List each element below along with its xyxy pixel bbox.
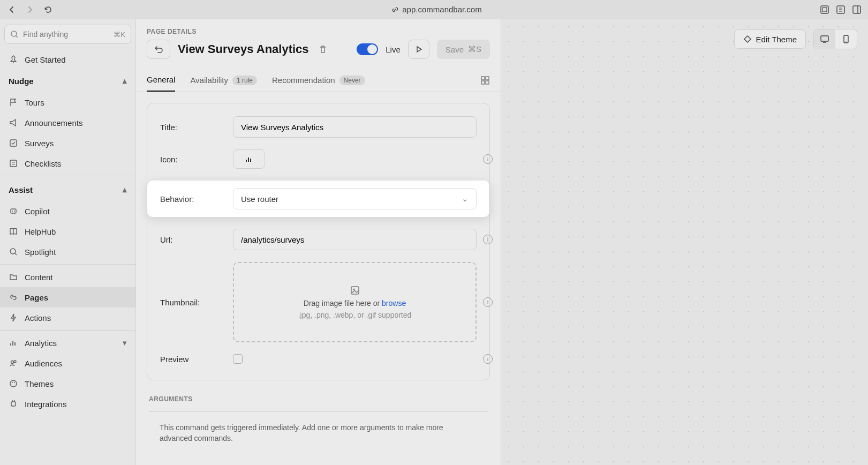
sidebar-item-label: Analytics xyxy=(25,339,57,348)
save-label: Save xyxy=(446,45,464,54)
info-icon[interactable]: i xyxy=(483,297,493,307)
sidebar-item-label: Actions xyxy=(25,313,51,322)
sidebar-item-label: Surveys xyxy=(25,139,54,148)
sidebar-item-label: Integrations xyxy=(25,400,66,409)
sidebar-item-content[interactable]: Content xyxy=(0,267,135,287)
desktop-button[interactable] xyxy=(814,29,835,49)
search-placeholder: Find anything xyxy=(23,30,68,39)
svg-rect-33 xyxy=(821,36,828,41)
sidebar-section-assist[interactable]: Assist ▴ xyxy=(0,178,135,201)
sidebar-item-label: Get Started xyxy=(25,55,66,64)
back-button[interactable] xyxy=(6,4,17,15)
sidebar-item-integrations[interactable]: Integrations xyxy=(0,394,135,414)
chevron-down-icon: ⌄ xyxy=(462,194,469,204)
forward-button[interactable] xyxy=(25,4,35,15)
info-icon[interactable]: i xyxy=(483,154,493,164)
svg-point-15 xyxy=(12,211,13,212)
paint-icon xyxy=(743,35,752,43)
mobile-button[interactable] xyxy=(835,29,857,49)
sidebar-item-label: HelpHub xyxy=(25,227,56,236)
sidebar-item-helphub[interactable]: HelpHub xyxy=(0,221,135,242)
sidebar-item-copilot[interactable]: Copilot xyxy=(0,201,135,221)
megaphone-icon xyxy=(9,118,18,128)
thumbnail-dropzone[interactable]: Drag image file here or browse .jpg, .pn… xyxy=(233,262,477,342)
sidebar-item-surveys[interactable]: Surveys xyxy=(0,133,135,153)
preview-checkbox[interactable] xyxy=(233,354,243,364)
sidebar-item-pages[interactable]: Pages xyxy=(0,287,135,308)
sidebar-item-spotlight[interactable]: Spotlight xyxy=(0,242,135,262)
delete-button[interactable] xyxy=(316,44,329,54)
section-label: Nudge xyxy=(9,77,34,86)
caret-down-icon: ▾ xyxy=(123,338,127,348)
sidebar-section-nudge[interactable]: Nudge ▴ xyxy=(0,70,135,92)
svg-rect-1 xyxy=(822,8,827,12)
url-input[interactable] xyxy=(233,229,477,250)
live-toggle[interactable] xyxy=(357,43,378,55)
sidebar-item-label: Content xyxy=(25,273,53,282)
browser-bar: app.commandbar.com xyxy=(0,0,868,19)
link-icon xyxy=(9,292,18,302)
tab-general[interactable]: General xyxy=(147,69,175,92)
sidebar-item-themes[interactable]: Themes xyxy=(0,373,135,394)
icon-picker[interactable] xyxy=(233,149,265,169)
url-bar[interactable]: app.commandbar.com xyxy=(61,5,812,14)
search-icon xyxy=(10,30,19,39)
info-icon[interactable]: i xyxy=(483,354,493,364)
info-icon[interactable]: i xyxy=(483,235,493,244)
title-input[interactable] xyxy=(233,116,477,138)
sidebar-item-get-started[interactable]: Get Started xyxy=(0,49,135,70)
tab-availability[interactable]: Availability1 rule xyxy=(190,69,257,92)
sidebar-item-announcements[interactable]: Announcements xyxy=(0,112,135,133)
sidebar-item-audiences[interactable]: Audiences xyxy=(0,353,135,373)
undo-button[interactable] xyxy=(147,40,170,59)
save-button[interactable]: Save ⌘S xyxy=(437,40,490,59)
users-icon xyxy=(9,358,18,368)
tab-badge: Never xyxy=(339,76,365,85)
behavior-select[interactable]: Use router⌄ xyxy=(233,188,477,209)
live-label: Live xyxy=(386,45,401,54)
page-title: View Surveys Analytics xyxy=(178,42,309,56)
tab-recommendation[interactable]: RecommendationNever xyxy=(272,69,365,92)
sidebar-item-checklists[interactable]: Checklists xyxy=(0,153,135,174)
svg-point-19 xyxy=(11,361,14,364)
svg-rect-6 xyxy=(853,6,861,13)
thumbnail-hint: .jpg, .png, .webp, or .gif supported xyxy=(298,311,412,319)
url-label: Url: xyxy=(160,235,222,244)
save-shortcut: ⌘S xyxy=(468,44,481,54)
preview-canvas: Edit Theme xyxy=(501,19,868,465)
list-check-icon xyxy=(9,138,18,148)
sidebar-item-label: Announcements xyxy=(25,118,82,128)
svg-point-22 xyxy=(12,382,13,383)
divider xyxy=(149,411,488,412)
browse-link[interactable]: browse xyxy=(382,299,406,308)
tab-label: General xyxy=(147,75,175,84)
tab-label: Recommendation xyxy=(272,76,335,85)
svg-rect-14 xyxy=(11,209,16,213)
sidebar-item-label: Tours xyxy=(25,98,44,107)
edit-theme-button[interactable]: Edit Theme xyxy=(734,29,806,49)
link-icon xyxy=(391,6,399,13)
sidebar-item-label: Themes xyxy=(25,379,54,388)
sidebar-item-analytics[interactable]: Analytics▾ xyxy=(0,333,135,353)
sidebar-item-tours[interactable]: Tours xyxy=(0,92,135,112)
sidebar-item-label: Audiences xyxy=(25,359,62,368)
svg-rect-27 xyxy=(481,77,485,80)
editor-panel: PAGE DETAILS View Surveys Analytics Live… xyxy=(136,19,501,465)
svg-point-36 xyxy=(846,41,847,42)
tab-badge: 1 rule xyxy=(232,76,257,85)
chart-icon xyxy=(9,338,18,348)
extension-icon-1[interactable] xyxy=(820,5,829,14)
svg-line-9 xyxy=(16,36,18,38)
arguments-description: This command gets triggered immediately.… xyxy=(136,423,501,454)
preview-button[interactable] xyxy=(408,40,429,59)
pin-icon xyxy=(9,55,18,64)
layout-icon[interactable] xyxy=(480,76,490,85)
search-input[interactable]: Find anything ⌘K xyxy=(4,25,131,44)
sidebar-toggle-icon[interactable] xyxy=(852,5,862,14)
reload-button[interactable] xyxy=(43,4,54,15)
book-icon xyxy=(9,227,18,236)
extension-icon-2[interactable] xyxy=(836,5,846,14)
behavior-label: Behavior: xyxy=(160,194,222,204)
icon-label: Icon: xyxy=(160,155,222,164)
sidebar-item-actions[interactable]: Actions xyxy=(0,308,135,328)
